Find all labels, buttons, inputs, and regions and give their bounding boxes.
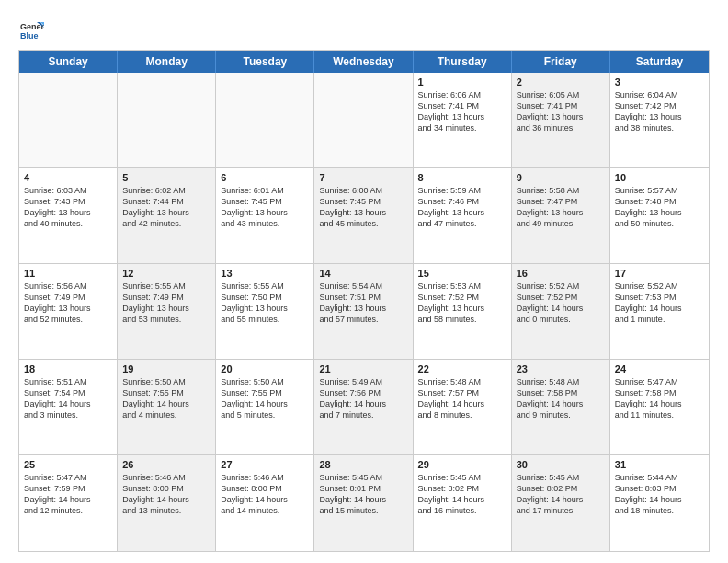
calendar-row-3: 11Sunrise: 5:56 AM Sunset: 7:49 PM Dayli…	[19, 264, 709, 360]
day-number: 8	[418, 172, 506, 183]
day-number: 21	[319, 363, 407, 374]
day-number: 25	[24, 459, 112, 470]
day-number: 6	[221, 172, 309, 183]
day-number: 24	[615, 363, 704, 374]
cell-info: Sunrise: 5:53 AM Sunset: 7:52 PM Dayligh…	[418, 281, 506, 326]
cell-info: Sunrise: 5:55 AM Sunset: 7:49 PM Dayligh…	[122, 281, 210, 326]
cell-info: Sunrise: 5:47 AM Sunset: 7:59 PM Dayligh…	[24, 472, 112, 517]
cal-cell-13: 13Sunrise: 5:55 AM Sunset: 7:50 PM Dayli…	[216, 264, 314, 359]
day-number: 11	[24, 268, 112, 279]
cell-info: Sunrise: 5:49 AM Sunset: 7:56 PM Dayligh…	[319, 376, 407, 421]
cal-cell-18: 18Sunrise: 5:51 AM Sunset: 7:54 PM Dayli…	[19, 360, 118, 454]
cal-cell-empty-3	[314, 73, 413, 167]
day-number: 22	[418, 363, 506, 374]
cell-info: Sunrise: 6:06 AM Sunset: 7:41 PM Dayligh…	[418, 89, 506, 134]
day-number: 5	[122, 172, 210, 183]
day-number: 28	[319, 459, 407, 470]
cal-cell-9: 9Sunrise: 5:58 AM Sunset: 7:47 PM Daylig…	[512, 168, 610, 263]
cal-cell-7: 7Sunrise: 6:00 AM Sunset: 7:45 PM Daylig…	[314, 168, 413, 263]
day-number: 7	[319, 172, 407, 183]
cal-cell-11: 11Sunrise: 5:56 AM Sunset: 7:49 PM Dayli…	[19, 264, 118, 359]
cal-cell-6: 6Sunrise: 6:01 AM Sunset: 7:45 PM Daylig…	[216, 168, 314, 263]
page: General Blue SundayMondayTuesdayWednesda…	[0, 0, 728, 563]
day-number: 1	[418, 76, 506, 87]
cell-info: Sunrise: 5:45 AM Sunset: 8:01 PM Dayligh…	[319, 472, 407, 517]
cal-cell-23: 23Sunrise: 5:48 AM Sunset: 7:58 PM Dayli…	[512, 360, 610, 454]
day-number: 29	[418, 459, 506, 470]
cal-cell-21: 21Sunrise: 5:49 AM Sunset: 7:56 PM Dayli…	[314, 360, 413, 454]
cal-cell-20: 20Sunrise: 5:50 AM Sunset: 7:55 PM Dayli…	[216, 360, 314, 454]
cell-info: Sunrise: 6:00 AM Sunset: 7:45 PM Dayligh…	[319, 185, 407, 230]
day-number: 4	[24, 172, 112, 183]
cal-cell-3: 3Sunrise: 6:04 AM Sunset: 7:42 PM Daylig…	[610, 73, 709, 167]
cal-cell-empty-2	[216, 73, 314, 167]
day-number: 10	[615, 172, 704, 183]
cal-cell-28: 28Sunrise: 5:45 AM Sunset: 8:01 PM Dayli…	[314, 455, 413, 551]
day-number: 30	[517, 459, 605, 470]
calendar-header: SundayMondayTuesdayWednesdayThursdayFrid…	[19, 51, 709, 73]
cell-info: Sunrise: 6:02 AM Sunset: 7:44 PM Dayligh…	[122, 185, 210, 230]
cal-cell-26: 26Sunrise: 5:46 AM Sunset: 8:00 PM Dayli…	[118, 455, 216, 551]
cal-cell-4: 4Sunrise: 6:03 AM Sunset: 7:43 PM Daylig…	[19, 168, 118, 263]
day-number: 12	[122, 268, 210, 279]
header: General Blue	[18, 17, 710, 42]
day-number: 15	[418, 268, 506, 279]
cell-info: Sunrise: 5:55 AM Sunset: 7:50 PM Dayligh…	[221, 281, 309, 326]
cell-info: Sunrise: 5:52 AM Sunset: 7:52 PM Dayligh…	[517, 281, 605, 326]
calendar-row-5: 25Sunrise: 5:47 AM Sunset: 7:59 PM Dayli…	[19, 455, 709, 551]
day-number: 2	[517, 76, 605, 87]
cal-cell-17: 17Sunrise: 5:52 AM Sunset: 7:53 PM Dayli…	[610, 264, 709, 359]
day-number: 27	[221, 459, 309, 470]
calendar-row-4: 18Sunrise: 5:51 AM Sunset: 7:54 PM Dayli…	[19, 360, 709, 455]
cell-info: Sunrise: 5:46 AM Sunset: 8:00 PM Dayligh…	[221, 472, 309, 517]
cal-cell-empty-0	[19, 73, 118, 167]
weekday-header-thursday: Thursday	[414, 51, 512, 73]
day-number: 20	[221, 363, 309, 374]
day-number: 26	[122, 459, 210, 470]
cell-info: Sunrise: 5:45 AM Sunset: 8:02 PM Dayligh…	[517, 472, 605, 517]
day-number: 13	[221, 268, 309, 279]
cal-cell-30: 30Sunrise: 5:45 AM Sunset: 8:02 PM Dayli…	[512, 455, 610, 551]
cal-cell-24: 24Sunrise: 5:47 AM Sunset: 7:58 PM Dayli…	[610, 360, 709, 454]
cell-info: Sunrise: 5:48 AM Sunset: 7:58 PM Dayligh…	[517, 376, 605, 421]
weekday-header-saturday: Saturday	[610, 51, 709, 73]
cal-cell-10: 10Sunrise: 5:57 AM Sunset: 7:48 PM Dayli…	[610, 168, 709, 263]
cell-info: Sunrise: 6:05 AM Sunset: 7:41 PM Dayligh…	[517, 89, 605, 134]
weekday-header-wednesday: Wednesday	[314, 51, 413, 73]
cal-cell-1: 1Sunrise: 6:06 AM Sunset: 7:41 PM Daylig…	[414, 73, 512, 167]
calendar-body: 1Sunrise: 6:06 AM Sunset: 7:41 PM Daylig…	[19, 73, 709, 551]
day-number: 19	[122, 363, 210, 374]
cal-cell-14: 14Sunrise: 5:54 AM Sunset: 7:51 PM Dayli…	[314, 264, 413, 359]
day-number: 9	[517, 172, 605, 183]
day-number: 17	[615, 268, 704, 279]
cal-cell-15: 15Sunrise: 5:53 AM Sunset: 7:52 PM Dayli…	[414, 264, 512, 359]
cal-cell-5: 5Sunrise: 6:02 AM Sunset: 7:44 PM Daylig…	[118, 168, 216, 263]
day-number: 16	[517, 268, 605, 279]
day-number: 31	[615, 459, 704, 470]
cell-info: Sunrise: 5:56 AM Sunset: 7:49 PM Dayligh…	[24, 281, 112, 326]
cell-info: Sunrise: 5:51 AM Sunset: 7:54 PM Dayligh…	[24, 376, 112, 421]
cell-info: Sunrise: 5:45 AM Sunset: 8:02 PM Dayligh…	[418, 472, 506, 517]
weekday-header-tuesday: Tuesday	[216, 51, 314, 73]
cal-cell-29: 29Sunrise: 5:45 AM Sunset: 8:02 PM Dayli…	[414, 455, 512, 551]
cell-info: Sunrise: 5:50 AM Sunset: 7:55 PM Dayligh…	[221, 376, 309, 421]
weekday-header-friday: Friday	[512, 51, 610, 73]
calendar: SundayMondayTuesdayWednesdayThursdayFrid…	[18, 50, 710, 552]
cal-cell-empty-1	[118, 73, 216, 167]
cell-info: Sunrise: 5:46 AM Sunset: 8:00 PM Dayligh…	[122, 472, 210, 517]
cell-info: Sunrise: 5:52 AM Sunset: 7:53 PM Dayligh…	[615, 281, 704, 326]
cal-cell-12: 12Sunrise: 5:55 AM Sunset: 7:49 PM Dayli…	[118, 264, 216, 359]
cell-info: Sunrise: 5:57 AM Sunset: 7:48 PM Dayligh…	[615, 185, 704, 230]
cell-info: Sunrise: 6:01 AM Sunset: 7:45 PM Dayligh…	[221, 185, 309, 230]
svg-text:Blue: Blue	[20, 31, 39, 40]
day-number: 18	[24, 363, 112, 374]
logo-icon: General Blue	[18, 17, 44, 42]
cell-info: Sunrise: 5:58 AM Sunset: 7:47 PM Dayligh…	[517, 185, 605, 230]
day-number: 14	[319, 268, 407, 279]
logo: General Blue	[18, 17, 48, 42]
cal-cell-25: 25Sunrise: 5:47 AM Sunset: 7:59 PM Dayli…	[19, 455, 118, 551]
weekday-header-monday: Monday	[118, 51, 216, 73]
calendar-row-1: 1Sunrise: 6:06 AM Sunset: 7:41 PM Daylig…	[19, 73, 709, 168]
cell-info: Sunrise: 6:03 AM Sunset: 7:43 PM Dayligh…	[24, 185, 112, 230]
day-number: 3	[615, 76, 704, 87]
